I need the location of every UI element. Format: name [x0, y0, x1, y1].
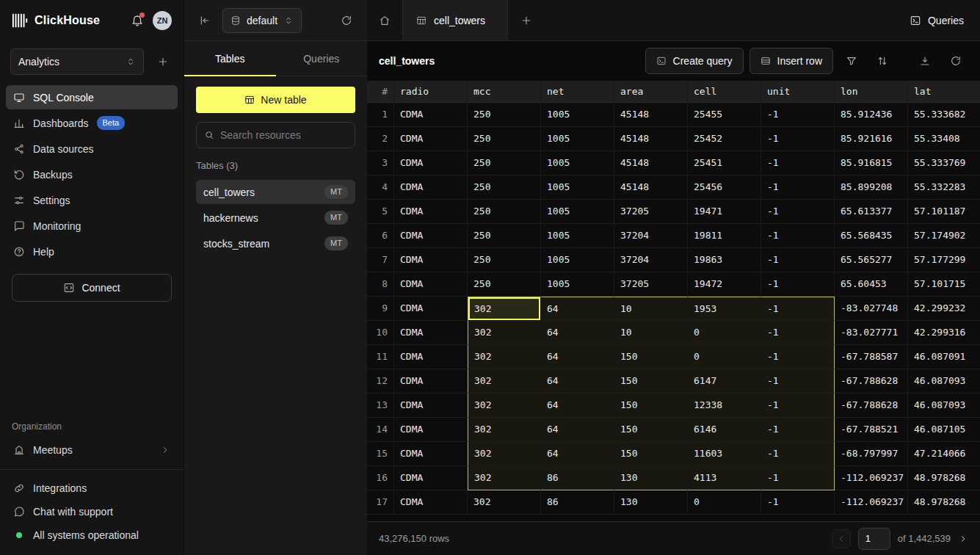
row-number[interactable]: 6 — [367, 224, 394, 248]
grid-cell[interactable]: 64 — [541, 369, 614, 393]
grid-cell[interactable]: 0 — [688, 321, 761, 345]
grid-cell[interactable]: -112.069237 — [835, 490, 908, 515]
sidebar-item-backups[interactable]: Backups — [6, 162, 178, 186]
table-item-stocks_stream[interactable]: stocks_streamMT — [196, 231, 355, 255]
grid-cell[interactable]: -67.788628 — [835, 393, 908, 418]
grid-cell[interactable]: 57.101715 — [908, 272, 980, 297]
grid-cell[interactable]: 130 — [614, 490, 688, 515]
add-service-button[interactable] — [153, 51, 173, 72]
database-selector[interactable]: default — [222, 8, 302, 33]
grid-cell[interactable]: 150 — [614, 393, 688, 418]
grid-cell[interactable]: 45148 — [614, 151, 688, 175]
grid-cell[interactable]: -68.797997 — [835, 442, 908, 466]
grid-cell[interactable]: CDMA — [394, 248, 468, 272]
grid-cell[interactable]: 150 — [614, 418, 688, 442]
sidebar-item-data-sources[interactable]: Data sources — [6, 137, 178, 161]
grid-cell[interactable]: 1005 — [541, 175, 614, 200]
grid-cell[interactable]: -83.027748 — [835, 297, 908, 321]
sidebar-item-meetups[interactable]: Meetups — [6, 438, 178, 462]
page-input[interactable] — [858, 528, 890, 550]
grid-cell[interactable]: 10 — [614, 297, 688, 321]
home-tab[interactable] — [367, 0, 402, 40]
grid-cell[interactable]: 0 — [688, 490, 761, 515]
row-number[interactable]: 7 — [367, 248, 394, 272]
grid-cell[interactable]: 55.33408 — [908, 127, 980, 151]
grid-cell[interactable]: 1005 — [541, 151, 614, 175]
grid-cell[interactable]: -1 — [761, 248, 835, 272]
grid-cell[interactable]: 302 — [468, 442, 541, 466]
grid-cell[interactable]: 6147 — [688, 369, 761, 393]
grid-cell[interactable]: 250 — [468, 200, 541, 224]
grid-cell[interactable]: 65.565277 — [835, 248, 908, 272]
grid-cell[interactable]: 86 — [541, 466, 614, 490]
grid-cell[interactable]: 37205 — [614, 272, 688, 297]
grid-cell[interactable]: 37204 — [614, 248, 688, 272]
grid-cell[interactable]: 64 — [541, 321, 614, 345]
grid-cell[interactable]: -1 — [761, 151, 835, 175]
grid-cell[interactable]: 55.333769 — [908, 151, 980, 175]
grid-cell[interactable]: -1 — [761, 103, 835, 127]
grid-cell[interactable]: -112.069237 — [835, 466, 908, 490]
grid-cell[interactable]: CDMA — [394, 442, 468, 466]
refresh-tables-button[interactable] — [336, 10, 357, 31]
grid-cell[interactable]: CDMA — [394, 151, 468, 175]
refresh-grid-button[interactable] — [943, 48, 968, 73]
connect-button[interactable]: Connect — [12, 274, 172, 302]
column-header-unit[interactable]: unit — [761, 81, 835, 103]
tab-tables[interactable]: Tables — [184, 41, 276, 76]
grid-cell[interactable]: 250 — [468, 272, 541, 297]
grid-cell[interactable]: CDMA — [394, 369, 468, 393]
grid-cell[interactable]: 64 — [541, 393, 614, 418]
grid-cell[interactable]: -67.788587 — [835, 345, 908, 369]
row-number[interactable]: 11 — [367, 345, 394, 369]
collapse-sidebar-button[interactable] — [195, 10, 215, 31]
grid-cell[interactable]: 19811 — [688, 224, 761, 248]
grid-cell[interactable]: 250 — [468, 224, 541, 248]
grid-cell[interactable]: 64 — [541, 345, 614, 369]
sidebar-item-chat-with-support[interactable]: Chat with support — [6, 501, 178, 523]
grid-cell[interactable]: -1 — [761, 418, 835, 442]
insert-row-button[interactable]: Insert row — [749, 48, 833, 74]
grid-cell[interactable]: 46.087105 — [908, 418, 980, 442]
tab-cell-towers[interactable]: cell_towers — [402, 0, 508, 40]
grid-cell[interactable]: 42.299232 — [908, 297, 980, 321]
queries-button[interactable]: Queries — [910, 15, 964, 26]
grid-cell[interactable]: 46.087091 — [908, 345, 980, 369]
grid-cell[interactable]: 150 — [614, 442, 688, 466]
grid-cell[interactable]: CDMA — [394, 345, 468, 369]
grid-cell[interactable]: 130 — [614, 466, 688, 490]
grid-cell[interactable]: CDMA — [394, 297, 468, 321]
grid-cell[interactable]: CDMA — [394, 490, 468, 515]
grid-cell[interactable]: 150 — [614, 345, 688, 369]
grid-cell[interactable]: 0 — [688, 345, 761, 369]
row-number[interactable]: 12 — [367, 369, 394, 393]
grid-cell[interactable]: CDMA — [394, 103, 468, 127]
grid-cell[interactable]: 1005 — [541, 272, 614, 297]
grid-cell[interactable]: 42.299316 — [908, 321, 980, 345]
row-number[interactable]: 17 — [367, 490, 394, 515]
grid-cell[interactable]: 48.978268 — [908, 490, 980, 515]
prev-page-button[interactable] — [832, 529, 851, 548]
grid-cell[interactable]: 45148 — [614, 127, 688, 151]
system-status[interactable]: All systems operational — [6, 524, 178, 546]
grid-cell[interactable]: CDMA — [394, 393, 468, 418]
grid-cell[interactable]: 302 — [468, 297, 541, 321]
grid-cell[interactable]: CDMA — [394, 466, 468, 490]
grid-cell[interactable]: -1 — [761, 224, 835, 248]
grid-cell[interactable]: CDMA — [394, 175, 468, 200]
grid-cell[interactable]: -1 — [761, 175, 835, 200]
grid-cell[interactable]: -1 — [761, 393, 835, 418]
grid-cell[interactable]: CDMA — [394, 272, 468, 297]
grid-cell[interactable]: 57.177299 — [908, 248, 980, 272]
grid-cell[interactable]: 302 — [468, 490, 541, 515]
grid-cell[interactable]: 19863 — [688, 248, 761, 272]
grid-cell[interactable]: 25455 — [688, 103, 761, 127]
grid-cell[interactable]: CDMA — [394, 418, 468, 442]
notifications-button[interactable] — [131, 14, 144, 27]
grid-cell[interactable]: 1005 — [541, 248, 614, 272]
grid-cell[interactable]: 85.916815 — [835, 151, 908, 175]
row-number[interactable]: 4 — [367, 175, 394, 200]
grid-cell[interactable]: -83.027771 — [835, 321, 908, 345]
new-table-button[interactable]: New table — [196, 87, 355, 113]
grid-cell[interactable]: 1005 — [541, 224, 614, 248]
